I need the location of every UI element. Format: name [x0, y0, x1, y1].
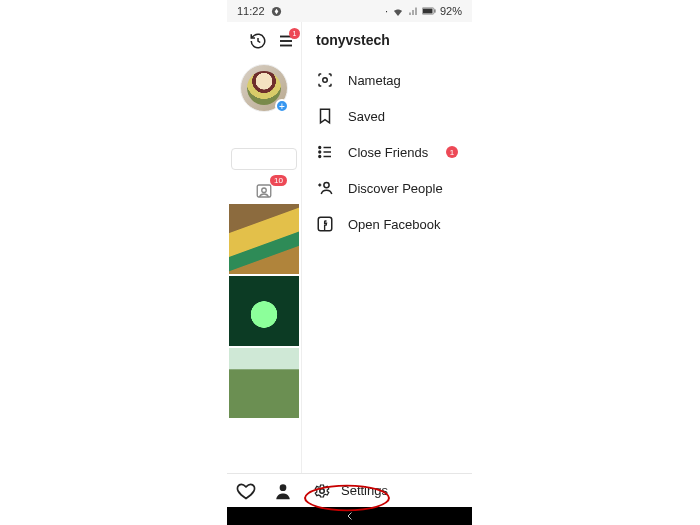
- phone-frame: 11:22 · 92% 1 +: [227, 0, 472, 525]
- facebook-icon: [316, 215, 334, 233]
- bookmark-icon: [316, 107, 334, 125]
- close-friends-badge: 1: [446, 146, 458, 158]
- svg-rect-7: [257, 185, 271, 197]
- list-icon: [316, 143, 334, 161]
- svg-point-11: [319, 151, 321, 153]
- photo-thumbnail[interactable]: [229, 276, 299, 346]
- photo-thumbnail[interactable]: [229, 348, 299, 418]
- photo-thumbnail[interactable]: [229, 204, 299, 274]
- bottom-bar: Settings: [227, 473, 472, 507]
- drawer-item-label: Close Friends: [348, 145, 432, 160]
- tagged-tab[interactable]: 10: [227, 178, 301, 204]
- svg-point-16: [324, 182, 329, 187]
- app-indicator-icon: [271, 6, 282, 17]
- drawer-item-label: Discover People: [348, 181, 458, 196]
- drawer-item-label: Nametag: [348, 73, 458, 88]
- drawer-item-open-facebook[interactable]: Open Facebook: [316, 206, 458, 242]
- svg-point-21: [320, 488, 325, 493]
- drawer-item-close-friends[interactable]: Close Friends 1: [316, 134, 458, 170]
- nametag-icon: [316, 71, 334, 89]
- svg-point-20: [279, 484, 286, 491]
- drawer-username: tonyvstech: [316, 32, 458, 48]
- drawer-item-label: Open Facebook: [348, 217, 458, 232]
- photo-grid: [227, 204, 301, 473]
- activity-heart-icon[interactable]: [236, 481, 256, 501]
- edit-profile-button[interactable]: [231, 148, 297, 170]
- hamburger-menu-icon[interactable]: 1: [277, 32, 295, 50]
- profile-under-strip: 1 + 10: [227, 22, 301, 473]
- signal-icon: [408, 6, 418, 16]
- add-story-plus-icon[interactable]: +: [275, 99, 289, 113]
- svg-point-12: [319, 156, 321, 158]
- battery-icon: [422, 7, 436, 15]
- side-drawer: tonyvstech Nametag Saved Close Friends 1…: [301, 22, 472, 473]
- drawer-item-saved[interactable]: Saved: [316, 98, 458, 134]
- battery-text: 92%: [440, 5, 462, 17]
- dot-icon: ·: [385, 5, 388, 17]
- svg-rect-3: [434, 9, 435, 12]
- drawer-item-discover-people[interactable]: Discover People: [316, 170, 458, 206]
- settings-button[interactable]: Settings: [301, 482, 472, 500]
- wifi-icon: [392, 6, 404, 16]
- drawer-item-label: Saved: [348, 109, 458, 124]
- settings-label: Settings: [341, 483, 388, 498]
- drawer-item-nametag[interactable]: Nametag: [316, 62, 458, 98]
- tagged-badge: 10: [270, 175, 287, 186]
- add-person-icon: [316, 179, 334, 197]
- profile-person-icon[interactable]: [273, 481, 293, 501]
- back-nav-icon[interactable]: [344, 510, 356, 522]
- menu-badge: 1: [289, 28, 300, 39]
- avatar[interactable]: +: [240, 64, 288, 112]
- status-time: 11:22: [237, 5, 265, 17]
- status-bar: 11:22 · 92%: [227, 0, 472, 22]
- svg-point-8: [262, 188, 267, 193]
- gear-icon: [313, 482, 331, 500]
- svg-point-10: [319, 147, 321, 149]
- svg-point-9: [323, 78, 328, 83]
- archive-icon[interactable]: [249, 32, 267, 50]
- android-nav-bar: [227, 507, 472, 525]
- svg-rect-2: [423, 9, 433, 14]
